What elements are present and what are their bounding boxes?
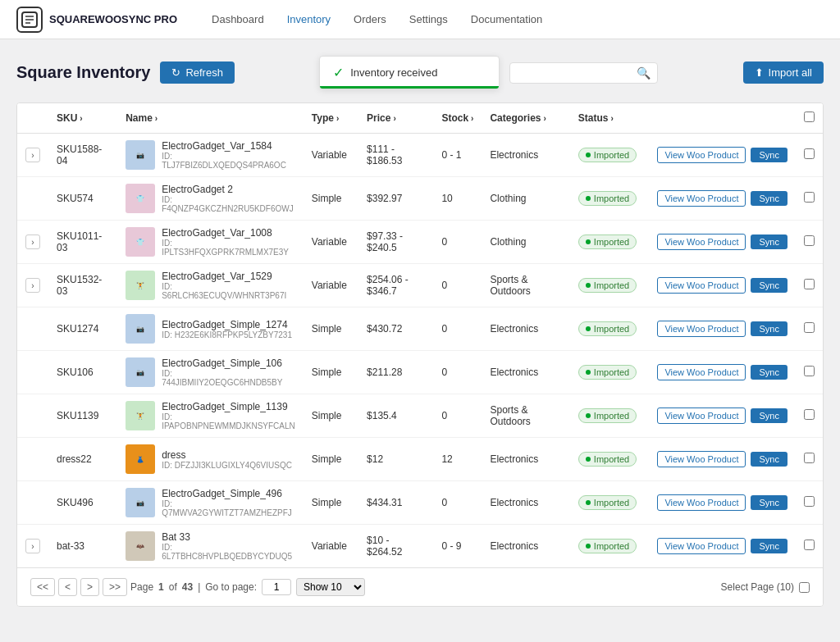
row-checkbox[interactable] <box>804 540 815 550</box>
col-price[interactable]: Price › <box>358 103 433 134</box>
view-woo-product-button[interactable]: View Woo Product <box>657 321 746 337</box>
sku-cell: bat-33 <box>48 525 117 568</box>
select-page-checkbox[interactable] <box>799 582 810 593</box>
view-woo-product-button[interactable]: View Woo Product <box>657 190 746 207</box>
sync-button[interactable]: Sync <box>751 278 787 293</box>
expand-row-button[interactable]: › <box>25 539 40 553</box>
row-checkbox-cell <box>796 438 823 481</box>
product-info: ElectroGadget_Simple_496 ID: Q7MWVA2GYWI… <box>162 488 295 517</box>
inventory-table-wrapper: SKU › Name › Type › Price › Stock › <box>16 102 824 607</box>
next-page-button[interactable]: > <box>80 578 99 596</box>
product-name: ElectroGadget_Simple_1139 <box>162 401 295 412</box>
select-all-checkbox[interactable] <box>804 112 815 122</box>
nav-settings[interactable]: Settings <box>399 8 458 30</box>
nav-documentation[interactable]: Documentation <box>461 8 552 30</box>
sync-button[interactable]: Sync <box>751 408 787 423</box>
sync-button[interactable]: Sync <box>751 452 787 467</box>
col-stock[interactable]: Stock › <box>433 103 482 134</box>
view-woo-product-button[interactable]: View Woo Product <box>657 494 746 511</box>
go-to-page-input[interactable] <box>262 579 291 595</box>
table-row: dress22 👗 dress ID: DFZJJI3KLUGIXLY4Q6VI… <box>17 438 823 481</box>
col-status[interactable]: Status › <box>570 103 650 134</box>
col-checkbox <box>796 103 823 134</box>
sync-button[interactable]: Sync <box>751 191 787 206</box>
status-badge: Imported <box>578 148 637 162</box>
col-categories[interactable]: Categories › <box>482 103 569 134</box>
product-thumbnail: 📷 <box>126 140 155 170</box>
name-cell: 🏋 ElectroGadget_Var_1529 ID: S6RLCH63ECU… <box>117 264 304 307</box>
product-thumbnail: 👗 <box>126 444 155 474</box>
view-woo-product-button[interactable]: View Woo Product <box>657 147 746 163</box>
status-badge: Imported <box>578 539 637 553</box>
table-row: › SKU1588-04 📷 ElectroGadget_Var_1584 ID… <box>17 134 823 177</box>
expand-cell: › <box>17 221 48 264</box>
col-name[interactable]: Name › <box>117 103 304 134</box>
current-page: 1 <box>158 581 164 593</box>
view-woo-product-button[interactable]: View Woo Product <box>657 234 746 250</box>
row-checkbox[interactable] <box>804 192 815 203</box>
row-checkbox-cell <box>796 525 823 568</box>
sync-button[interactable]: Sync <box>751 148 787 162</box>
row-checkbox[interactable] <box>804 409 815 420</box>
import-all-button[interactable]: ⬆ Import all <box>743 61 824 84</box>
stock-cell: 0 - 9 <box>433 525 482 568</box>
row-checkbox[interactable] <box>804 453 815 463</box>
stock-cell: 0 - 1 <box>433 134 482 177</box>
actions-cell: View Woo Product Sync <box>649 394 796 438</box>
col-type[interactable]: Type › <box>304 103 358 134</box>
view-woo-product-button[interactable]: View Woo Product <box>657 408 746 424</box>
page-title: Square Inventory <box>16 63 150 82</box>
expand-row-button[interactable]: › <box>25 278 40 293</box>
expand-row-button[interactable]: › <box>25 148 40 162</box>
sync-button[interactable]: Sync <box>751 321 787 336</box>
nav-items: Dashboard Inventory Orders Settings Docu… <box>202 8 552 30</box>
nav-dashboard[interactable]: Dashboard <box>202 8 274 30</box>
page-label: Page <box>130 581 153 593</box>
name-cell: 🏋 ElectroGadget_Simple_1139 ID: IPAPOBNP… <box>117 394 304 438</box>
prev-page-button[interactable]: < <box>58 578 77 596</box>
table-row: › bat-33 🦇 Bat 33 ID: 6L7TBHC8HVPLBQEDBY… <box>17 525 823 568</box>
table-row: › SKU1532-03 🏋 ElectroGadget_Var_1529 ID… <box>17 264 823 307</box>
view-woo-product-button[interactable]: View Woo Product <box>657 277 746 294</box>
search-input[interactable] <box>517 66 632 79</box>
col-sku[interactable]: SKU › <box>48 103 117 134</box>
row-checkbox-cell <box>796 134 823 177</box>
status-badge: Imported <box>578 495 637 510</box>
sync-button[interactable]: Sync <box>751 495 787 510</box>
actions-cell: View Woo Product Sync <box>649 177 796 221</box>
first-page-button[interactable]: << <box>30 578 55 596</box>
view-woo-product-button[interactable]: View Woo Product <box>657 538 746 554</box>
product-name: dress <box>162 449 292 461</box>
nav-inventory[interactable]: Inventory <box>277 8 340 30</box>
view-woo-product-button[interactable]: View Woo Product <box>657 364 746 380</box>
show-per-page-select[interactable]: Show 10 Show 25 Show 50 Show 100 <box>296 578 365 596</box>
pagination: << < > >> Page 1 of 43 | Go to page: Sho… <box>17 567 823 606</box>
expand-cell <box>17 481 48 525</box>
sync-button[interactable]: Sync <box>751 539 787 553</box>
actions-cell: View Woo Product Sync <box>649 221 796 264</box>
sync-button[interactable]: Sync <box>751 234 787 249</box>
last-page-button[interactable]: >> <box>103 578 127 596</box>
stock-cell: 0 <box>433 307 482 351</box>
row-checkbox[interactable] <box>804 148 815 159</box>
row-checkbox[interactable] <box>804 322 815 333</box>
status-badge: Imported <box>578 278 637 293</box>
row-checkbox[interactable] <box>804 279 815 289</box>
expand-cell: › <box>17 134 48 177</box>
type-cell: Simple <box>304 481 358 525</box>
row-checkbox[interactable] <box>804 366 815 376</box>
row-checkbox[interactable] <box>804 235 815 246</box>
row-checkbox-cell <box>796 264 823 307</box>
nav-orders[interactable]: Orders <box>344 8 396 30</box>
refresh-button[interactable]: ↻ Refresh <box>160 61 235 84</box>
status-dot <box>586 500 591 505</box>
sync-button[interactable]: Sync <box>751 365 787 380</box>
nav-bar: SQUAREWOOSYNC PRO Dashboard Inventory Or… <box>0 0 840 39</box>
status-dot <box>586 326 591 331</box>
view-woo-product-button[interactable]: View Woo Product <box>657 451 746 467</box>
product-name: ElectroGadget_Simple_496 <box>162 488 295 499</box>
expand-row-button[interactable]: › <box>25 234 40 249</box>
row-checkbox[interactable] <box>804 496 815 507</box>
page-info: Page 1 of 43 | Go to page: Show 10 Show … <box>130 578 365 596</box>
type-cell: Variable <box>304 264 358 307</box>
